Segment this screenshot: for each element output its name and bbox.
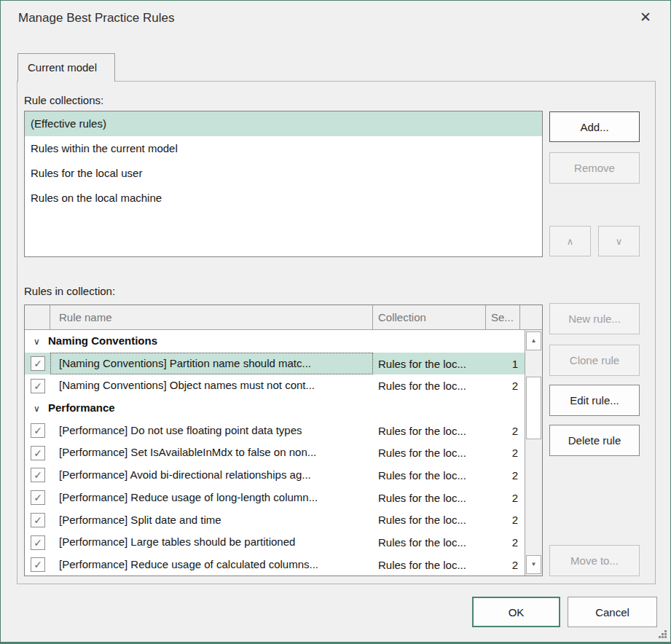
- rule-checkbox[interactable]: ✓: [31, 356, 45, 371]
- chevron-down-icon[interactable]: ∨: [34, 398, 48, 420]
- rules-in-collection-label: Rules in collection:: [24, 285, 115, 297]
- move-collection-down-button[interactable]: ∨: [598, 226, 640, 256]
- scroll-down-icon[interactable]: ▼: [526, 555, 541, 574]
- resize-grip[interactable]: [664, 630, 667, 632]
- rule-checkbox[interactable]: ✓: [31, 535, 45, 550]
- check-icon: ✓: [34, 381, 42, 391]
- rule-collection-cell: Rules for the loc...: [373, 536, 486, 549]
- check-icon: ✓: [34, 492, 42, 503]
- check-icon: ✓: [34, 538, 42, 548]
- rules-table-body: ∨Naming Conventions ✓ [Naming Convention…: [25, 330, 525, 576]
- rule-severity-cell: 2: [486, 559, 525, 571]
- table-vertical-scrollbar[interactable]: ▲ ▼: [525, 330, 542, 576]
- rule-collection-cell: Rules for the loc...: [373, 469, 486, 482]
- header-severity[interactable]: Se...: [486, 305, 520, 329]
- rule-severity-cell: 2: [486, 447, 525, 459]
- rule-severity-cell: 2: [486, 492, 525, 504]
- table-row[interactable]: ✓ [Naming Conventions] Partition name sh…: [25, 353, 525, 375]
- rules-table: Rule name Collection Se... ∨Naming Conve…: [24, 305, 543, 576]
- list-item-effective-rules[interactable]: (Effective rules): [25, 111, 542, 136]
- check-icon: ✓: [34, 358, 42, 369]
- rule-name-cell: [Performance] Avoid bi-directional relat…: [50, 464, 373, 487]
- rule-checkbox[interactable]: ✓: [31, 446, 45, 460]
- check-icon: ✓: [34, 559, 42, 570]
- rule-collection-cell: Rules for the loc...: [373, 559, 486, 571]
- rules-table-header: Rule name Collection Se...: [25, 305, 542, 330]
- clone-rule-button[interactable]: Clone rule: [549, 345, 640, 376]
- rule-severity-cell: 1: [486, 358, 525, 370]
- rule-name-cell: [Performance] Split date and time: [50, 509, 373, 532]
- table-row[interactable]: ✓ [Performance] Set IsAvailableInMdx to …: [25, 441, 525, 464]
- list-item-current-model-rules[interactable]: Rules within the current model: [25, 136, 542, 161]
- header-spacer: [520, 305, 542, 329]
- add-button[interactable]: Add...: [549, 111, 640, 142]
- tab-current-model[interactable]: Current model: [17, 53, 115, 82]
- check-icon: ✓: [34, 448, 42, 458]
- dialog-title: Manage Best Practice Rules: [18, 11, 175, 25]
- rule-checkbox[interactable]: ✓: [31, 379, 45, 393]
- table-row[interactable]: ✓ [Performance] Split date and time Rule…: [25, 509, 525, 532]
- rule-checkbox[interactable]: ✓: [31, 557, 45, 572]
- table-row[interactable]: ✓ [Naming Conventions] Object names must…: [25, 374, 525, 397]
- header-checkbox-column: [25, 305, 50, 329]
- group-row-naming-conventions[interactable]: ∨Naming Conventions: [25, 330, 525, 353]
- close-icon[interactable]: ✕: [640, 9, 651, 25]
- rule-collection-cell: Rules for the loc...: [373, 358, 486, 370]
- rule-name-cell: [Performance] Do not use floating point …: [50, 420, 373, 442]
- rule-name-cell: [Performance] Large tables should be par…: [50, 531, 373, 554]
- chevron-down-icon[interactable]: ∨: [34, 331, 48, 353]
- table-row[interactable]: ✓ [Performance] Avoid bi-directional rel…: [25, 464, 525, 487]
- list-item-local-machine-rules[interactable]: Rules on the local machine: [25, 186, 542, 211]
- rule-collection-cell: Rules for the loc...: [373, 425, 486, 437]
- edit-rule-button[interactable]: Edit rule...: [549, 385, 640, 416]
- rule-name-cell: [Naming Conventions] Object names must n…: [50, 374, 373, 397]
- table-row[interactable]: ✓ [Performance] Reduce usage of long-len…: [25, 487, 525, 509]
- rule-checkbox[interactable]: ✓: [31, 468, 45, 482]
- rule-collection-cell: Rules for the loc...: [373, 380, 486, 392]
- rule-severity-cell: 2: [486, 380, 525, 392]
- scroll-up-icon[interactable]: ▲: [526, 331, 541, 350]
- header-rule-name[interactable]: Rule name: [50, 305, 373, 329]
- table-row[interactable]: ✓ [Performance] Do not use floating poin…: [25, 420, 525, 442]
- manage-best-practice-rules-dialog: Manage Best Practice Rules ✕ Current mod…: [0, 0, 671, 644]
- rule-name-cell: [Performance] Reduce usage of calculated…: [50, 554, 373, 576]
- rule-collection-cell: Rules for the loc...: [373, 492, 486, 504]
- scrollbar-thumb[interactable]: [526, 377, 541, 439]
- cancel-button[interactable]: Cancel: [568, 597, 657, 627]
- remove-button[interactable]: Remove: [549, 152, 640, 184]
- rule-checkbox[interactable]: ✓: [31, 423, 45, 438]
- rule-severity-cell: 2: [486, 536, 525, 549]
- new-rule-button[interactable]: New rule...: [549, 303, 640, 334]
- check-icon: ✓: [34, 425, 42, 436]
- move-to-button[interactable]: Move to...: [549, 545, 640, 576]
- rule-collections-list: (Effective rules) Rules within the curre…: [24, 111, 543, 257]
- check-icon: ✓: [34, 515, 42, 525]
- rule-severity-cell: 2: [486, 469, 525, 482]
- rule-name-cell: [Naming Conventions] Partition name shou…: [50, 353, 373, 375]
- delete-rule-button[interactable]: Delete rule: [549, 425, 640, 456]
- rule-collections-label: Rule collections:: [24, 94, 103, 106]
- ok-button[interactable]: OK: [472, 597, 560, 627]
- group-name: Performance: [48, 401, 115, 414]
- table-row[interactable]: ✓ [Performance] Reduce usage of calculat…: [25, 554, 525, 576]
- check-icon: ✓: [34, 470, 42, 480]
- rule-collection-cell: Rules for the loc...: [373, 447, 486, 459]
- rule-checkbox[interactable]: ✓: [31, 513, 45, 527]
- list-item-local-user-rules[interactable]: Rules for the local user: [25, 161, 542, 186]
- rule-severity-cell: 2: [486, 514, 525, 526]
- group-name: Naming Conventions: [48, 334, 157, 347]
- rule-name-cell: [Performance] Reduce usage of long-lengt…: [50, 487, 373, 509]
- rule-name-cell: [Performance] Set IsAvailableInMdx to fa…: [50, 441, 373, 464]
- rule-checkbox[interactable]: ✓: [31, 490, 45, 505]
- rule-severity-cell: 2: [486, 425, 525, 437]
- group-row-performance[interactable]: ∨Performance: [25, 397, 525, 420]
- header-collection[interactable]: Collection: [373, 305, 486, 329]
- move-collection-up-button[interactable]: ∧: [549, 226, 591, 256]
- rule-collection-cell: Rules for the loc...: [373, 514, 486, 526]
- table-row[interactable]: ✓ [Performance] Large tables should be p…: [25, 531, 525, 554]
